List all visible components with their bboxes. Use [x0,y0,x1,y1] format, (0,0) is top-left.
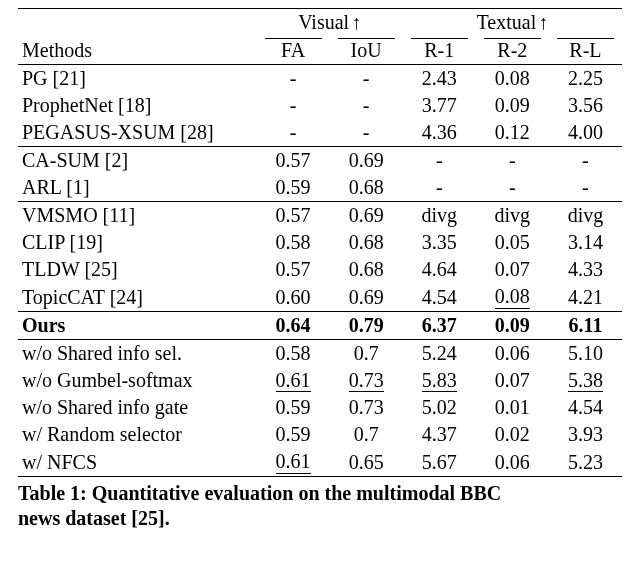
cell-method: PG [21] [18,65,257,93]
table-row: CLIP [19]0.580.683.350.053.14 [18,229,622,256]
cell-fa: 0.61 [257,367,330,395]
cell-r2: 0.12 [476,119,549,147]
cell-r1: 4.36 [403,119,476,147]
cell-r1: 5.02 [403,394,476,421]
cell-method: Ours [18,311,257,339]
cell-method: CA-SUM [2] [18,147,257,175]
cell-rl: divg [549,202,622,230]
cell-r1: 6.37 [403,311,476,339]
cell-r1: 4.54 [403,283,476,311]
cell-method: TLDW [25] [18,256,257,283]
cell-rl: 4.54 [549,394,622,421]
cell-r1: 4.37 [403,421,476,448]
cell-iou: - [330,119,403,147]
col-group-textual: Textual↑ [403,9,622,37]
cell-r1: 5.24 [403,339,476,367]
cell-r1: 5.83 [403,367,476,395]
cell-r1: - [403,147,476,175]
cell-method: VMSMO [11] [18,202,257,230]
cell-method: w/ NFCS [18,448,257,476]
table-row: PG [21]--2.430.082.25 [18,65,622,93]
cell-r2: 0.09 [476,92,549,119]
cell-r2: 0.06 [476,339,549,367]
cell-r1: divg [403,202,476,230]
table-row: CA-SUM [2]0.570.69--- [18,147,622,175]
cell-fa: 0.60 [257,283,330,311]
cell-r1: 4.64 [403,256,476,283]
cell-fa: 0.59 [257,394,330,421]
table-row: w/o Shared info gate0.590.735.020.014.54 [18,394,622,421]
cell-iou: 0.73 [330,367,403,395]
cell-method: PEGASUS-XSUM [28] [18,119,257,147]
cell-fa: 0.57 [257,202,330,230]
cell-r1: 5.67 [403,448,476,476]
col-group-visual: Visual↑ [257,9,403,37]
results-table: Methods Visual↑ Textual↑ FA IoU R-1 R-2 … [18,8,622,477]
cell-rl: 3.56 [549,92,622,119]
cell-rl: 5.38 [549,367,622,395]
table-row: w/ Random selector0.590.74.370.023.93 [18,421,622,448]
cell-r2: 0.08 [476,283,549,311]
cell-iou: 0.68 [330,229,403,256]
table-row: w/ NFCS0.610.655.670.065.23 [18,448,622,476]
cell-r2: 0.01 [476,394,549,421]
cell-rl: - [549,174,622,202]
table-row: TLDW [25]0.570.684.640.074.33 [18,256,622,283]
cell-r2: 0.07 [476,256,549,283]
cell-fa: - [257,92,330,119]
cell-r2: 0.07 [476,367,549,395]
table-row: TopicCAT [24]0.600.694.540.084.21 [18,283,622,311]
col-header-r1: R-1 [403,36,476,65]
cell-iou: 0.69 [330,283,403,311]
caption-line-2: news dataset [25]. [18,507,170,529]
table-row: VMSMO [11]0.570.69divgdivgdivg [18,202,622,230]
up-arrow-icon: ↑ [349,11,361,33]
cell-iou: 0.65 [330,448,403,476]
cell-method: ProphetNet [18] [18,92,257,119]
cell-fa: 0.57 [257,256,330,283]
cell-fa: 0.58 [257,339,330,367]
cell-r2: 0.08 [476,65,549,93]
cell-rl: 6.11 [549,311,622,339]
cell-iou: - [330,65,403,93]
cell-method: CLIP [19] [18,229,257,256]
cell-rl: 4.00 [549,119,622,147]
cell-iou: 0.68 [330,256,403,283]
cell-method: ARL [1] [18,174,257,202]
cell-method: w/ Random selector [18,421,257,448]
table-row: Ours0.640.796.370.096.11 [18,311,622,339]
table-row: PEGASUS-XSUM [28]--4.360.124.00 [18,119,622,147]
cell-r1: - [403,174,476,202]
table-row: w/o Shared info sel.0.580.75.240.065.10 [18,339,622,367]
col-header-iou: IoU [330,36,403,65]
cell-iou: 0.7 [330,339,403,367]
cell-rl: 3.14 [549,229,622,256]
col-header-fa: FA [257,36,330,65]
cell-r2: - [476,174,549,202]
cell-r2: 0.09 [476,311,549,339]
cell-method: w/o Shared info gate [18,394,257,421]
cell-r2: 0.02 [476,421,549,448]
cell-method: w/o Gumbel-softmax [18,367,257,395]
table-row: ProphetNet [18]--3.770.093.56 [18,92,622,119]
table-body: PG [21]--2.430.082.25ProphetNet [18]--3.… [18,65,622,477]
cell-r2: 0.05 [476,229,549,256]
cell-r2: 0.06 [476,448,549,476]
cell-fa: - [257,65,330,93]
cell-iou: 0.79 [330,311,403,339]
cell-r1: 3.35 [403,229,476,256]
col-header-rl: R-L [549,36,622,65]
cell-rl: 3.93 [549,421,622,448]
cell-iou: 0.7 [330,421,403,448]
col-header-r2: R-2 [476,36,549,65]
table-row: ARL [1]0.590.68--- [18,174,622,202]
cell-rl: 2.25 [549,65,622,93]
cell-fa: 0.61 [257,448,330,476]
cell-rl: 4.33 [549,256,622,283]
cell-r2: - [476,147,549,175]
cell-iou: 0.69 [330,147,403,175]
cell-fa: 0.57 [257,147,330,175]
cell-r2: divg [476,202,549,230]
cell-method: TopicCAT [24] [18,283,257,311]
cell-iou: 0.68 [330,174,403,202]
